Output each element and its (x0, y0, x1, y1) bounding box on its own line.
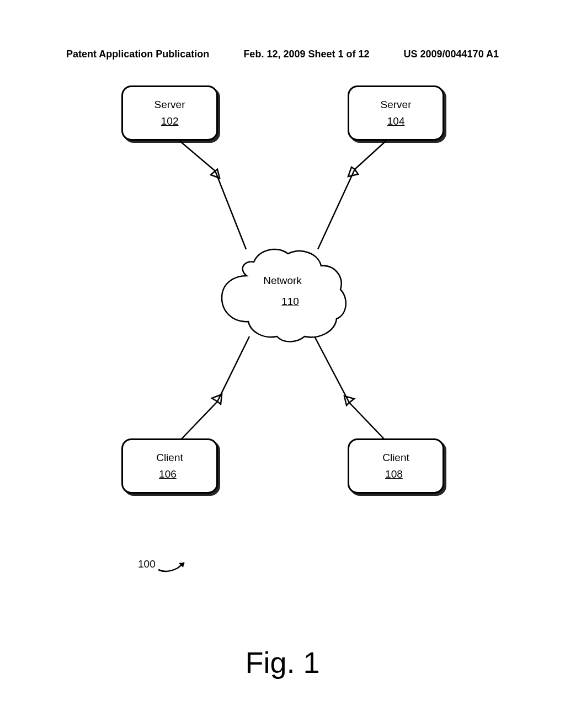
figure-ref-100: 100 (138, 558, 156, 570)
server-104-box: Server 104 (348, 85, 444, 141)
server-104-label: Server (381, 99, 412, 110)
client-106-ref: 106 (156, 466, 183, 483)
header-right: US 2009/0044170 A1 (404, 49, 499, 60)
figure-ref-arrow-icon (156, 554, 194, 576)
header-left: Patent Application Publication (66, 49, 209, 60)
client-108-ref: 108 (382, 466, 409, 483)
network-cloud: Network 110 (211, 237, 354, 345)
client-108-box: Client 108 (348, 438, 444, 494)
client-106-box: Client 106 (121, 438, 218, 494)
header-center: Feb. 12, 2009 Sheet 1 of 12 (243, 49, 369, 60)
server-104-ref: 104 (381, 113, 412, 130)
server-102-ref: 102 (154, 113, 185, 130)
client-108-label: Client (382, 452, 409, 463)
server-102-label: Server (154, 99, 185, 110)
client-106-label: Client (156, 452, 183, 463)
figure-label: Fig. 1 (0, 645, 565, 679)
network-ref: 110 (279, 292, 302, 311)
server-102-box: Server 102 (121, 85, 218, 141)
network-diagram: Server 102 Server 104 Network 110 Client… (83, 85, 482, 582)
network-label: Network (263, 274, 302, 286)
